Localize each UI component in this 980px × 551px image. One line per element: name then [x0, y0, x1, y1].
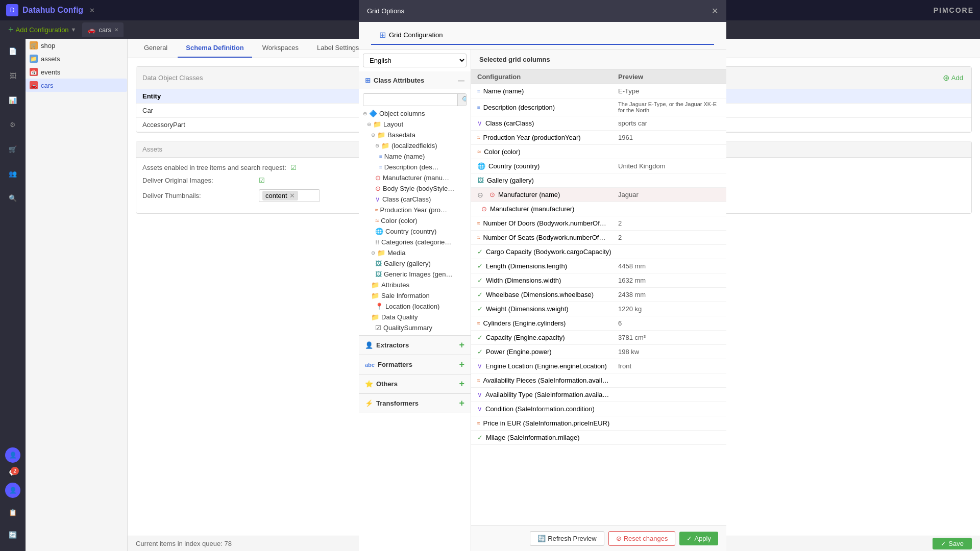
tree-node-attributes[interactable]: 📁 Attributes	[359, 280, 471, 290]
col-row-milage[interactable]: ✓ Milage (SaleInformation.milage)	[471, 431, 726, 445]
tree-node-bodystyle[interactable]: ⊙ Body Style (bodyStyle…	[359, 183, 471, 194]
collapse-icon-localized[interactable]: ⊖	[375, 143, 379, 148]
tree-node-carclass[interactable]: ∨ Class (carClass)	[359, 194, 471, 205]
col-row-country[interactable]: 🌐 Country (country) United Kingdom	[471, 159, 726, 173]
sidebar-item-cars[interactable]: 🚗 cars	[26, 79, 127, 92]
tab-workspaces[interactable]: Workspaces	[254, 39, 307, 58]
tree-node-media[interactable]: ⊖ 📁 Media	[359, 247, 471, 258]
tree-node-location[interactable]: 📍 Location (location)	[359, 301, 471, 312]
sidebar-icon-build[interactable]: 🔄	[5, 527, 21, 543]
thumbnails-tag-input[interactable]: content ✕	[259, 189, 320, 202]
col-row-num-seats[interactable]: ≈ Number Of Seats (Bodywork.numberOf… 2	[471, 231, 726, 245]
sidebar-avatar-2[interactable]: 👤	[5, 483, 20, 498]
col-row-production-year[interactable]: ≈ Production Year (productionYear) 1961	[471, 131, 726, 145]
sidebar-item-events[interactable]: 📅 events	[26, 65, 127, 79]
sidebar-icon-settings[interactable]: ⚙	[5, 116, 21, 133]
col-row-manufacturer-sub[interactable]: ⊙ Manufacturer (manufacturer)	[471, 202, 726, 216]
col-row-length[interactable]: ✓ Length (Dimensions.length) 4458 mm	[471, 259, 726, 273]
col-row-cylinders[interactable]: ≈ Cylinders (Engine.cylinders) 6	[471, 316, 726, 331]
col-row-avail-pieces[interactable]: ≈ Availability Pieces (SaleInformation.a…	[471, 373, 726, 388]
col-row-avail-type[interactable]: ∨ Availability Type (SaleInformation.ava…	[471, 388, 726, 402]
tree-node-basedata[interactable]: ⊖ 📁 Basedata	[359, 130, 471, 140]
add-configuration-button[interactable]: + Add Configuration ▼	[4, 22, 80, 37]
tab-general[interactable]: General	[136, 39, 176, 58]
tree-node-gallery[interactable]: 🖼 Gallery (gallery)	[359, 258, 471, 269]
collapse-icon-media[interactable]: ⊖	[371, 250, 375, 256]
sidebar-icon-reports[interactable]: 📋	[5, 504, 21, 520]
sidebar-icon-ecommerce[interactable]: 🛒	[5, 141, 21, 157]
tree-node-manufacturer[interactable]: ⊙ Manufacturer (manu…	[359, 172, 471, 183]
tree-search-input[interactable]	[363, 94, 457, 106]
extractors-add-icon[interactable]: +	[459, 340, 464, 350]
tree-node-object-columns[interactable]: ⊖ 🔷 Object columns	[359, 108, 471, 119]
col-row-condition[interactable]: ∨ Condition (SaleInformation.condition)	[471, 402, 726, 416]
col-row-capacity[interactable]: ✓ Capacity (Engine.capacity) 3781 cm³	[471, 331, 726, 345]
add-class-button[interactable]: ⊕ Add	[941, 71, 965, 85]
col-row-name[interactable]: ≡ Name (name) E-Type	[471, 84, 726, 98]
tree-node-layout[interactable]: ⊖ 📁 Layout	[359, 119, 471, 130]
col-row-wheelbase[interactable]: ✓ Wheelbase (Dimensions.wheelbase) 2438 …	[471, 288, 726, 302]
reset-changes-button[interactable]: ⊘ Reset changes	[608, 531, 676, 546]
sidebar-item-assets[interactable]: 📁 assets	[26, 52, 127, 65]
sidebar-notifications[interactable]: 💬 2	[9, 469, 17, 477]
assets-enabled-checkbox[interactable]: ☑	[290, 164, 297, 171]
sidebar-icon-users[interactable]: 👥	[5, 165, 21, 182]
tree-node-color[interactable]: ≈ Color (color)	[359, 215, 471, 226]
col-row-description[interactable]: ≡ Description (description) The Jaguar E…	[471, 98, 726, 116]
sidebar-icon-search[interactable]: 🔍	[5, 190, 21, 206]
save-button[interactable]: ✓ Save	[933, 538, 972, 549]
topbar-close[interactable]: ✕	[89, 7, 95, 14]
cars-tab-close[interactable]: ✕	[114, 27, 118, 33]
tree-node-generic-images[interactable]: 🖼 Generic Images (gen…	[359, 269, 471, 280]
transformers-section[interactable]: ⚡ Transformers +	[359, 394, 471, 413]
tab-schema-definition[interactable]: Schema Definition	[178, 39, 252, 58]
tree-node-sale-information[interactable]: 📁 Sale Information	[359, 290, 471, 301]
col-row-num-doors[interactable]: ≈ Number Of Doors (Bodywork.numberOf… 2	[471, 216, 726, 231]
col-row-gallery[interactable]: 🖼 Gallery (gallery)	[471, 173, 726, 188]
tree-search-button[interactable]: 🔍	[457, 94, 467, 106]
col-row-cargo[interactable]: ✓ Cargo Capacity (Bodywork.cargoCapacity…	[471, 245, 726, 259]
col-row-weight[interactable]: ✓ Weight (Dimensions.weight) 1220 kg	[471, 302, 726, 316]
tree-node-name[interactable]: ≡ Name (name)	[359, 151, 471, 162]
formatters-section[interactable]: abc Formatters +	[359, 355, 471, 374]
tree-node-country[interactable]: 🌐 Country (country)	[359, 226, 471, 237]
others-add-icon[interactable]: +	[459, 379, 464, 389]
modal-close-button[interactable]: ✕	[712, 6, 718, 16]
grid-configuration-tab[interactable]: ⊞ Grid Configuration	[371, 26, 714, 45]
col-row-engine-location[interactable]: ∨ Engine Location (Engine.engineLocation…	[471, 359, 726, 373]
sidebar-icon-documents[interactable]: 📄	[5, 43, 21, 59]
tree-node-quality-summary[interactable]: ☑ QualitySummary	[359, 322, 471, 333]
col-row-width[interactable]: ✓ Width (Dimensions.width) 1632 mm	[471, 273, 726, 288]
col-row-class[interactable]: ∨ Class (carClass) sports car	[471, 116, 726, 131]
class-attributes-collapse-icon[interactable]: —	[458, 77, 464, 84]
sidebar-icon-data-objects[interactable]: 📊	[5, 92, 21, 108]
tree-node-description[interactable]: ≡ Description (des…	[359, 162, 471, 172]
collapse-icon-obj[interactable]: ⊖	[363, 111, 367, 116]
sidebar-avatar-1[interactable]: 👤	[5, 447, 20, 463]
col-row-manufacturer-name[interactable]: ⊖ ⊙ Manufacturer (name) Jaguar	[471, 188, 726, 202]
tree-node-productionyear[interactable]: ≈ Production Year (pro…	[359, 205, 471, 215]
refresh-preview-button[interactable]: 🔄 Refresh Preview	[530, 531, 604, 546]
col-row-price[interactable]: ≈ Price in EUR (SaleInformation.priceInE…	[471, 416, 726, 431]
extractors-section[interactable]: 👤 Extractors +	[359, 336, 471, 355]
others-section[interactable]: ⭐ Others +	[359, 374, 471, 394]
apply-button[interactable]: ✓ Apply	[679, 532, 718, 545]
formatters-add-icon[interactable]: +	[459, 359, 464, 370]
collapse-icon-layout[interactable]: ⊖	[367, 121, 371, 127]
tree-node-categories[interactable]: ⁞⁞ Categories (categorie…	[359, 237, 471, 247]
add-config-dropdown-icon[interactable]: ▼	[71, 27, 77, 33]
class-attributes-header[interactable]: ⊞ Class Attributes —	[359, 71, 471, 89]
language-select[interactable]: English	[363, 54, 467, 67]
tree-node-localizedfields[interactable]: ⊖ 📁 (localizedfields)	[359, 140, 471, 151]
tag-remove-icon[interactable]: ✕	[289, 192, 295, 199]
deliver-original-checkbox[interactable]: ☑	[259, 177, 265, 184]
col-row-power[interactable]: ✓ Power (Engine.power) 198 kw	[471, 345, 726, 359]
manufacturer-exclude-icon[interactable]: ⊖	[477, 191, 483, 199]
sidebar-item-shop[interactable]: 🛒 shop	[26, 39, 127, 52]
tree-node-data-quality[interactable]: 📁 Data Quality	[359, 312, 471, 322]
cars-tab[interactable]: 🚗 cars ✕	[82, 22, 124, 37]
collapse-icon-basedata[interactable]: ⊖	[371, 132, 375, 138]
sidebar-icon-assets[interactable]: 🖼	[5, 67, 21, 84]
col-row-color[interactable]: ≈ Color (color)	[471, 145, 726, 159]
transformers-add-icon[interactable]: +	[459, 398, 464, 409]
